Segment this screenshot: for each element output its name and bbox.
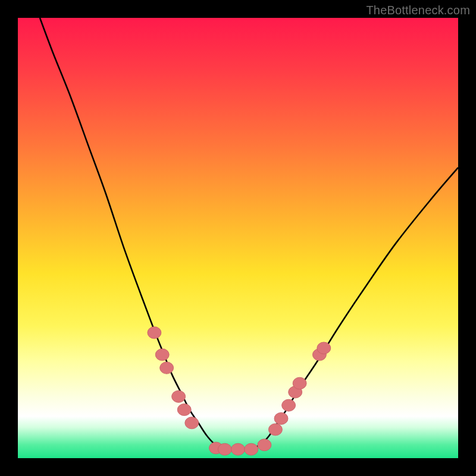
data-marker	[172, 390, 186, 402]
data-marker	[218, 443, 231, 455]
curve-layer	[18, 18, 458, 458]
data-marker	[268, 424, 282, 436]
data-marker	[245, 443, 258, 455]
data-marker	[160, 362, 174, 374]
data-marker	[155, 349, 169, 361]
watermark-text: TheBottleneck.com	[366, 4, 470, 17]
chart-frame: TheBottleneck.com	[0, 0, 476, 476]
data-marker	[274, 412, 288, 424]
marker-group	[148, 327, 331, 455]
data-marker	[258, 439, 271, 451]
data-marker	[185, 417, 199, 429]
data-marker	[177, 404, 191, 416]
data-marker	[231, 443, 245, 455]
bottleneck-curve	[40, 18, 458, 450]
data-marker	[293, 377, 306, 389]
data-marker	[317, 342, 331, 354]
data-marker	[282, 399, 296, 411]
data-marker	[148, 327, 161, 339]
